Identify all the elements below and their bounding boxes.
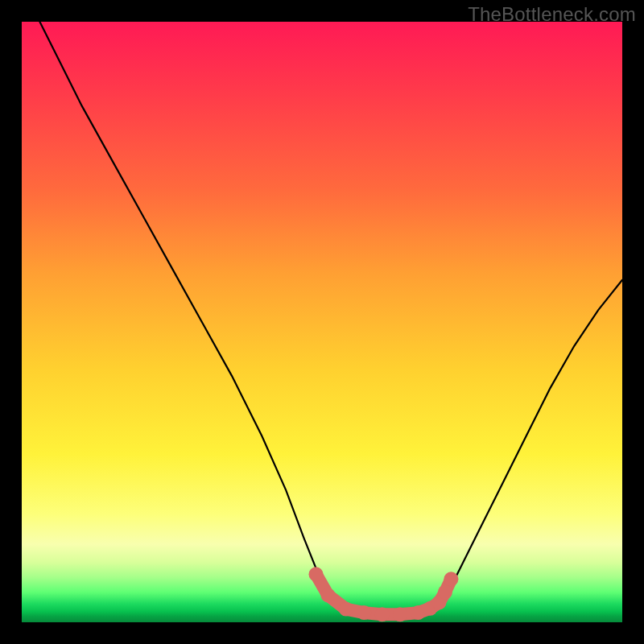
highlight-dot [393, 607, 407, 621]
curve-path-group [39, 22, 622, 617]
highlight-dot [357, 605, 371, 620]
highlight-dot [375, 607, 390, 621]
plot-area [22, 22, 622, 622]
chart-frame: TheBottleneck.com [0, 0, 644, 644]
highlight-dot [339, 602, 353, 617]
chart-svg [22, 22, 622, 622]
highlight-dot [321, 588, 336, 602]
highlight-dot [309, 567, 324, 581]
bottleneck-curve [39, 22, 622, 617]
highlight-dot [438, 585, 452, 600]
highlight-dots-group [309, 567, 459, 621]
highlight-dot [444, 572, 458, 586]
